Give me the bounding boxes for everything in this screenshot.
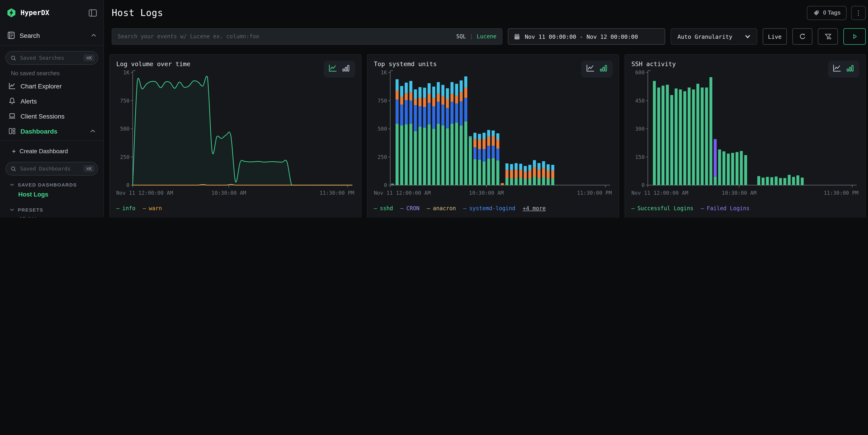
- legend-item-successful-logins[interactable]: —Successful Logins: [631, 205, 693, 212]
- topbar: Host Logs 0 Tags ⋮: [104, 0, 868, 26]
- saved-dashboards-placeholder: Saved Dashboards: [20, 165, 80, 172]
- svg-text:600: 600: [635, 69, 645, 75]
- chart-title: Top systemd units: [374, 60, 612, 68]
- section-label: PRESETS: [18, 207, 43, 213]
- run-query-button[interactable]: [843, 28, 866, 45]
- sql-option[interactable]: SQL: [456, 33, 466, 40]
- section-presets[interactable]: PRESETS: [10, 207, 98, 213]
- no-saved-searches-text: No saved searches: [11, 70, 98, 76]
- svg-text:750: 750: [377, 98, 387, 104]
- section-label: SAVED DASHBOARDS: [18, 182, 77, 187]
- saved-searches-input[interactable]: Saved Searches ⌘K: [5, 51, 98, 65]
- legend-label: Failed Logins: [707, 205, 750, 212]
- svg-text:11:30:00 PM: 11:30:00 PM: [824, 190, 859, 196]
- svg-text:Nov 11 12:00:00 AM: Nov 11 12:00:00 AM: [116, 190, 173, 196]
- line-mode-button[interactable]: [833, 64, 841, 74]
- line-mode-button[interactable]: [329, 64, 337, 74]
- legend-item-cron[interactable]: —CRON: [400, 205, 420, 212]
- svg-text:10:30:00 AM: 10:30:00 AM: [212, 190, 246, 196]
- brand-name: HyperDX: [21, 9, 84, 17]
- saved-searches-placeholder: Saved Searches: [20, 55, 80, 61]
- sidebar: HyperDX Search: [0, 0, 104, 218]
- chart-title: Log volume over time: [116, 60, 355, 68]
- refresh-button[interactable]: [792, 28, 812, 45]
- sidebar-item-chart-explorer[interactable]: Chart Explorer: [5, 79, 98, 93]
- legend-label: info: [122, 205, 135, 212]
- chart-mode-toggle: [324, 61, 355, 77]
- legend-item-failed-logins[interactable]: —Failed Logins: [701, 205, 749, 212]
- saved-dashboards-input[interactable]: Saved Dashboards ⌘K: [5, 162, 98, 176]
- legend-dash: —: [374, 205, 377, 212]
- legend-item-info[interactable]: —info: [116, 205, 135, 212]
- chart-panel-log-volume-over-time: Log volume over time1K7505002500Nov 11 1…: [110, 54, 362, 218]
- more-menu-button[interactable]: ⋮: [851, 6, 866, 20]
- time-range-value: Nov 11 00:00:00 - Nov 12 00:00:00: [525, 33, 638, 40]
- chart-legend: —info—warn: [116, 205, 355, 212]
- granularity-select[interactable]: Auto Granularity: [671, 28, 757, 45]
- chart-explorer-icon: [8, 82, 16, 90]
- filter-button[interactable]: [818, 28, 838, 45]
- chart-mode-toggle: [581, 61, 613, 77]
- section-saved-dashboards[interactable]: SAVED DASHBOARDS: [10, 182, 98, 187]
- svg-text:750: 750: [120, 98, 129, 104]
- svg-text:10:30:00 AM: 10:30:00 AM: [469, 190, 504, 196]
- chart-area: 1K7505002500Nov 11 12:00:00 AM10:30:00 A…: [116, 68, 355, 204]
- sidebar-item-client-sessions[interactable]: Client Sessions: [5, 108, 98, 124]
- sidebar-item-label: Chart Explorer: [21, 82, 95, 90]
- legend-label: CRON: [406, 205, 420, 212]
- legend-label: sshd: [380, 205, 393, 212]
- hyperdx-logo-icon: [6, 8, 17, 18]
- legend-dash: —: [116, 205, 119, 212]
- granularity-value: Auto Granularity: [677, 33, 733, 40]
- bar-mode-button[interactable]: [342, 64, 350, 74]
- filter-edit-icon: [824, 33, 832, 40]
- legend-item-warn[interactable]: —warn: [143, 205, 162, 212]
- legend-item-anacron[interactable]: —anacron: [427, 205, 456, 212]
- legend-label: Successful Logins: [637, 205, 693, 212]
- chart-canvas[interactable]: 6004503001500Nov 11 12:00:00 AM10:30:00 …: [631, 68, 859, 201]
- svg-text:0: 0: [126, 182, 129, 188]
- event-search-input[interactable]: Search your events w/ Lucene ex. column:…: [112, 28, 502, 45]
- sidebar-item-alerts[interactable]: Alerts: [5, 93, 98, 108]
- bar-mode-button[interactable]: [599, 64, 608, 74]
- svg-text:250: 250: [377, 154, 387, 160]
- tags-label: 0 Tags: [823, 9, 841, 16]
- svg-text:Nov 11 12:00:00 AM: Nov 11 12:00:00 AM: [374, 190, 431, 196]
- chart-canvas[interactable]: 1K7505002500Nov 11 12:00:00 AM10:30:00 A…: [374, 68, 612, 201]
- shortcut-badge: ⌘K: [84, 54, 95, 62]
- tags-button[interactable]: 0 Tags: [807, 6, 846, 20]
- svg-text:500: 500: [120, 126, 129, 132]
- dashboards-icon: [8, 127, 16, 135]
- line-mode-button[interactable]: [586, 64, 594, 74]
- lucene-option[interactable]: Lucene: [476, 33, 496, 40]
- chart-area: 1K7505002500Nov 11 12:00:00 AM10:30:00 A…: [374, 68, 612, 204]
- legend-item-systemd-logind[interactable]: —systemd-logind: [463, 205, 516, 212]
- sidebar-item-clickhouse[interactable]: ClickHouse: [5, 213, 98, 218]
- svg-text:250: 250: [120, 154, 129, 160]
- laptop-icon: [8, 112, 16, 120]
- chart-panel-ssh-activity: SSH activity6004503001500Nov 11 12:00:00…: [625, 54, 866, 218]
- legend-dash: —: [701, 205, 704, 212]
- live-button[interactable]: Live: [763, 28, 787, 45]
- tag-icon: [813, 9, 820, 16]
- play-icon: [851, 33, 858, 40]
- legend-dash: —: [143, 205, 146, 212]
- query-language-toggle[interactable]: SQL | Lucene: [456, 33, 496, 40]
- time-range-picker[interactable]: Nov 11 00:00:00 - Nov 12 00:00:00: [508, 28, 665, 45]
- chevron-up-icon: [91, 34, 96, 37]
- bar-mode-button[interactable]: [846, 64, 854, 74]
- sidebar-item-dashboards[interactable]: Dashboards: [5, 124, 98, 138]
- create-dashboard-button[interactable]: + Create Dashboard: [5, 144, 98, 158]
- sidebar-item-search[interactable]: Search: [0, 26, 103, 45]
- calendar-icon: [514, 33, 520, 40]
- search-icon: [10, 166, 17, 172]
- bell-icon: [8, 97, 16, 105]
- legend-label: systemd-logind: [469, 205, 516, 212]
- chart-canvas[interactable]: 1K7505002500Nov 11 12:00:00 AM10:30:00 A…: [116, 68, 355, 201]
- toolbar: Search your events w/ Lucene ex. column:…: [112, 28, 866, 45]
- legend-more-link[interactable]: +4 more: [523, 205, 546, 212]
- sidebar-item-host-logs[interactable]: Host Logs: [5, 188, 98, 200]
- legend-item-sshd[interactable]: —sshd: [374, 205, 393, 212]
- collapse-sidebar-icon[interactable]: [88, 9, 97, 17]
- legend-dash: —: [631, 205, 634, 212]
